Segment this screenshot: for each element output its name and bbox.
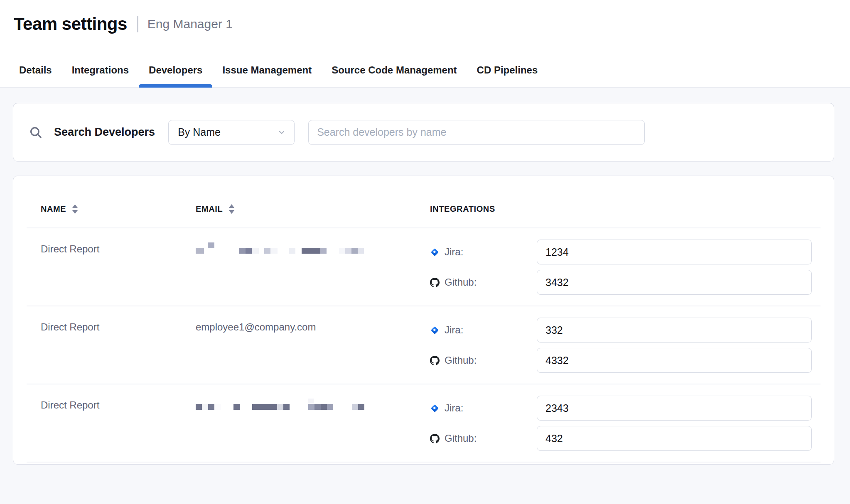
github-label-group: Github: [430, 355, 537, 366]
jira-label: Jira: [445, 324, 463, 336]
email-column-label: EMAIL [196, 203, 223, 214]
tab-label: CD Pipelines [477, 64, 538, 76]
column-header-email: EMAIL [196, 203, 430, 214]
jira-icon [430, 404, 440, 413]
sort-icon[interactable] [72, 204, 78, 214]
sort-icon[interactable] [228, 204, 235, 214]
developer-integrations-cell: Jira: Github: [430, 396, 821, 451]
tab-integrations[interactable]: Integrations [62, 64, 139, 87]
developer-name-cell: Direct Report [41, 240, 196, 295]
tab-bar: Details Integrations Developers Issue Ma… [0, 64, 850, 87]
github-icon [430, 278, 440, 287]
developer-email-cell [196, 240, 430, 295]
page-title: Team settings [14, 14, 127, 34]
github-integration-line: Github: [430, 348, 812, 373]
table-row: Direct Report employee1@company.com [27, 306, 821, 384]
jira-id-input[interactable] [537, 318, 812, 343]
main-content: Search Developers By Name NAME [0, 88, 850, 465]
github-label: Github: [445, 433, 477, 444]
developer-name-cell: Direct Report [41, 396, 196, 451]
github-icon [430, 434, 440, 443]
table-body: Direct Report [27, 228, 821, 462]
tab-issue-management[interactable]: Issue Management [212, 64, 322, 87]
github-id-input[interactable] [537, 348, 812, 373]
tab-source-code-management[interactable]: Source Code Management [322, 64, 467, 87]
github-icon [430, 356, 440, 365]
github-id-input[interactable] [537, 270, 812, 295]
search-icon [29, 125, 43, 139]
developer-email-cell: employee1@company.com [196, 318, 430, 373]
tab-developers[interactable]: Developers [139, 64, 212, 87]
jira-id-input[interactable] [537, 240, 812, 264]
table-header-row: NAME EMAIL INTEGRATIONS [27, 176, 821, 228]
github-label: Github: [445, 276, 477, 288]
developer-name: Direct Report [41, 321, 99, 333]
team-name: Eng Manager 1 [147, 17, 233, 31]
tab-cd-pipelines[interactable]: CD Pipelines [467, 64, 548, 87]
redacted-email [196, 399, 374, 412]
jira-integration-line: Jira: [430, 318, 812, 343]
jira-label: Jira: [445, 402, 463, 414]
tab-label: Details [19, 64, 52, 76]
chevron-down-icon [278, 128, 286, 137]
jira-label-group: Jira: [430, 246, 537, 258]
developer-email: employee1@company.com [196, 321, 316, 333]
jira-id-input[interactable] [537, 396, 812, 421]
jira-label-group: Jira: [430, 402, 537, 414]
jira-icon [430, 247, 440, 257]
title-row: Team settings Eng Manager 1 [0, 0, 850, 34]
page-header: Team settings Eng Manager 1 Details Inte… [0, 0, 850, 88]
tab-details[interactable]: Details [9, 64, 62, 87]
table-row: Direct Report [27, 228, 821, 306]
tab-label: Source Code Management [332, 64, 457, 76]
search-input[interactable] [308, 120, 645, 145]
jira-label: Jira: [445, 246, 463, 258]
search-card: Search Developers By Name [13, 103, 834, 161]
search-filter-select[interactable]: By Name [168, 120, 295, 145]
redacted-email [196, 243, 374, 256]
developer-integrations-cell: Jira: Github: [430, 240, 821, 295]
github-label-group: Github: [430, 433, 537, 444]
github-label-group: Github: [430, 276, 537, 288]
developer-name: Direct Report [41, 399, 99, 411]
jira-icon [430, 325, 440, 335]
github-integration-line: Github: [430, 270, 812, 295]
integrations-column-label: INTEGRATIONS [430, 203, 495, 214]
tab-label: Developers [149, 64, 202, 76]
title-divider [137, 16, 138, 32]
column-header-name: NAME [41, 203, 196, 214]
jira-integration-line: Jira: [430, 396, 812, 421]
column-header-integrations: INTEGRATIONS [430, 203, 821, 214]
tab-label: Issue Management [222, 64, 312, 76]
search-developers-label: Search Developers [54, 126, 155, 139]
tab-label: Integrations [72, 64, 129, 76]
developer-name-cell: Direct Report [41, 318, 196, 373]
developer-name: Direct Report [41, 243, 99, 254]
github-id-input[interactable] [537, 426, 812, 451]
jira-integration-line: Jira: [430, 240, 812, 264]
table-row: Direct Report [27, 384, 821, 462]
github-label: Github: [445, 355, 477, 366]
developer-integrations-cell: Jira: Github: [430, 318, 821, 373]
developers-table-card: NAME EMAIL INTEGRATIONS [13, 176, 834, 465]
name-column-label: NAME [41, 203, 66, 214]
github-integration-line: Github: [430, 426, 812, 451]
developer-email-cell [196, 396, 430, 451]
search-filter-value: By Name [178, 126, 221, 138]
jira-label-group: Jira: [430, 324, 537, 336]
